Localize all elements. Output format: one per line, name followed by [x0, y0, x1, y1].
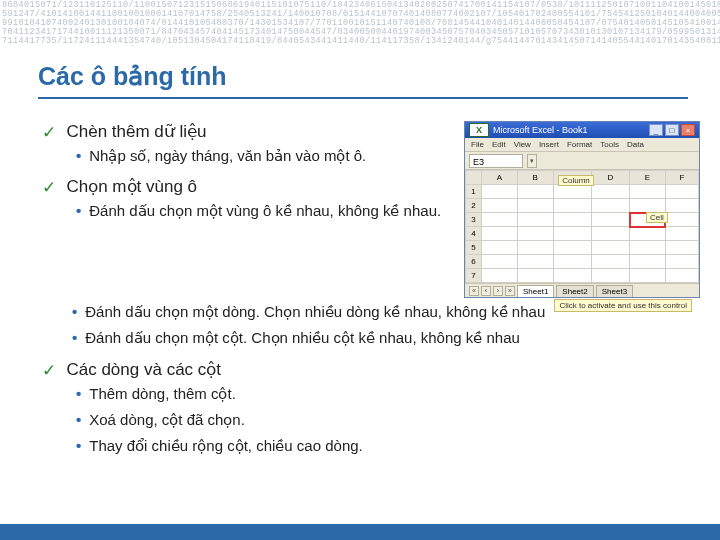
excel-screenshot: X Microsoft Excel - Book1 _ □ × File Edi… — [464, 121, 700, 298]
col-header[interactable]: E — [630, 171, 666, 185]
check-icon: ✓ — [42, 177, 56, 198]
slide-title: Các ô bảng tính — [38, 62, 688, 99]
col-header[interactable]: A — [482, 171, 518, 185]
menu-data[interactable]: Data — [627, 140, 644, 149]
excel-tooltip: Click to activate and use this control — [554, 299, 692, 312]
col-header[interactable]: F — [665, 171, 698, 185]
row-header[interactable]: 3 — [466, 213, 482, 227]
menu-tools[interactable]: Tools — [600, 140, 619, 149]
excel-menu-bar[interactable]: File Edit View Insert Format Tools Data — [465, 138, 699, 152]
row-header[interactable]: 4 — [466, 227, 482, 241]
close-icon[interactable]: × — [681, 124, 695, 136]
slide-content: Các ô bảng tính ✓ Chèn thêm dữ liệu •Nhậ… — [38, 62, 700, 466]
bullet-3-sub-3-text: Thay đổi chiều rộng cột, chiều cao dòng. — [89, 437, 362, 454]
name-box-dropdown-icon[interactable]: ▾ — [527, 154, 537, 168]
tab-nav-last-icon[interactable]: » — [505, 286, 515, 296]
bullet-2-sub-2-text: Đánh dấu chọn một dòng. Chọn nhiều dòng … — [85, 303, 545, 320]
cell-callout: Cell — [646, 212, 668, 223]
bullet-1-label: Chèn thêm dữ liệu — [66, 122, 206, 141]
excel-grid[interactable]: A B CColumn D E F 1 2 3Cell 4 5 — [465, 170, 699, 283]
bullet-2: ✓ Chọn một vùng ô •Đánh dấu chọn một vùn… — [42, 176, 446, 221]
name-box[interactable]: E3 — [469, 154, 523, 168]
excel-name-box-row: E3 ▾ — [465, 152, 699, 170]
footer-accent-bar — [0, 524, 720, 540]
menu-edit[interactable]: Edit — [492, 140, 506, 149]
row-header[interactable]: 7 — [466, 269, 482, 283]
row-header[interactable]: 5 — [466, 241, 482, 255]
bullet-1: ✓ Chèn thêm dữ liệu •Nhập số, ngày tháng… — [42, 121, 446, 166]
bullet-2-sub-1-text: Đánh dấu chọn một vùng ô kề nhau, không … — [89, 202, 441, 219]
check-icon: ✓ — [42, 122, 56, 143]
menu-view[interactable]: View — [514, 140, 531, 149]
sheet-tab[interactable]: Sheet2 — [556, 285, 593, 297]
tab-nav-next-icon[interactable]: › — [493, 286, 503, 296]
bullet-2-sub-1: •Đánh dấu chọn một vùng ô kề nhau, không… — [76, 201, 446, 221]
col-header[interactable]: D — [591, 171, 629, 185]
bullet-3: ✓ Các dòng và các cột •Thêm dòng, thêm c… — [42, 359, 700, 457]
bullet-3-sub-1-text: Thêm dòng, thêm cột. — [89, 385, 236, 402]
bullet-2-label: Chọn một vùng ô — [66, 177, 197, 196]
bullet-2-sub-3: •Đánh dấu chọn một cột. Chọn nhiều cột k… — [72, 328, 700, 348]
sheet-tab[interactable]: Sheet1 — [517, 285, 554, 297]
bullet-3-label: Các dòng và các cột — [66, 360, 221, 379]
row-header[interactable]: 2 — [466, 199, 482, 213]
bullet-3-sub-3: •Thay đổi chiều rộng cột, chiều cao dòng… — [76, 436, 700, 456]
bullet-3-sub-1: •Thêm dòng, thêm cột. — [76, 384, 700, 404]
menu-insert[interactable]: Insert — [539, 140, 559, 149]
column-callout: Column — [558, 175, 594, 186]
bullet-3-sub-2-text: Xoá dòng, cột đã chọn. — [89, 411, 245, 428]
row-header[interactable]: 6 — [466, 255, 482, 269]
bullet-2-sub-3-text: Đánh dấu chọn một cột. Chọn nhiều cột kề… — [85, 329, 520, 346]
selected-cell[interactable]: Cell — [630, 213, 666, 227]
menu-file[interactable]: File — [471, 140, 484, 149]
tab-nav-first-icon[interactable]: « — [469, 286, 479, 296]
check-icon: ✓ — [42, 360, 56, 381]
excel-titlebar: X Microsoft Excel - Book1 _ □ × — [465, 122, 699, 138]
excel-sheet-tabs[interactable]: « ‹ › » Sheet1 Sheet2 Sheet3 — [465, 283, 699, 297]
maximize-icon[interactable]: □ — [665, 124, 679, 136]
col-header[interactable]: B — [517, 171, 553, 185]
minimize-icon[interactable]: _ — [649, 124, 663, 136]
bullet-1-sub-1: •Nhập số, ngày tháng, văn bản vào một ô. — [76, 146, 446, 166]
row-header[interactable]: 1 — [466, 185, 482, 199]
col-header[interactable]: CColumn — [553, 171, 591, 185]
bullet-3-sub-2: •Xoá dòng, cột đã chọn. — [76, 410, 700, 430]
tab-nav-prev-icon[interactable]: ‹ — [481, 286, 491, 296]
menu-format[interactable]: Format — [567, 140, 592, 149]
sheet-tab[interactable]: Sheet3 — [596, 285, 633, 297]
decorative-digit-strip: 8684015071/123110125110/1100150712315150… — [0, 0, 720, 46]
excel-app-icon: X — [469, 123, 489, 137]
bullet-1-sub-1-text: Nhập số, ngày tháng, văn bản vào một ô. — [89, 147, 366, 164]
excel-window-title: Microsoft Excel - Book1 — [493, 125, 645, 135]
